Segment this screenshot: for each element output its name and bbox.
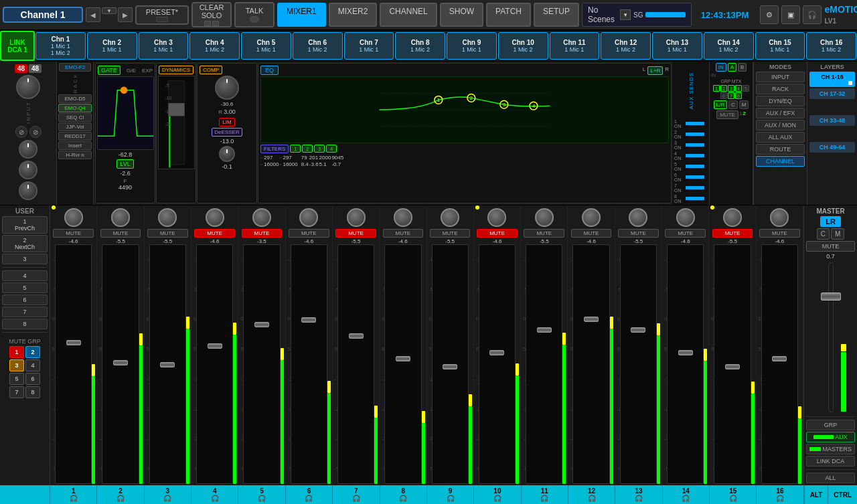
bottom-ch-10[interactable]: 10 🎧 [474,485,521,504]
eq-btn[interactable]: EQ [260,66,279,75]
fader-thumb-1[interactable] [66,340,81,345]
fader-thumb-4[interactable] [208,343,222,349]
rout-8[interactable]: 8 [735,92,742,99]
patch-button[interactable]: PATCH [486,3,531,27]
ch-knob-3[interactable] [158,208,177,227]
fader-thumb-6[interactable] [301,317,316,323]
link-dca-master-btn[interactable]: LINK DCA [806,456,855,467]
layer-ch33-48[interactable]: CH 33-48 [809,115,855,126]
bottom-ch-4[interactable]: 4 🎧 [191,485,238,504]
plugin-insert[interactable]: Insert [58,141,92,150]
setup-button[interactable]: SETUP [534,3,579,27]
user-btn-5[interactable]: 5 [2,282,48,293]
nav-prev[interactable]: ◀ [86,7,100,22]
fader-thumb-11[interactable] [537,327,552,333]
ch-knob-10[interactable] [487,208,506,227]
input-knob2[interactable] [19,140,37,159]
fader-thumb-2[interactable] [113,360,128,365]
route-mode-btn[interactable]: ROUTE [756,144,805,155]
band1[interactable]: 1 [290,145,301,153]
all-aux-mode-btn[interactable]: ALL AUX [756,132,805,143]
ch-knob-15[interactable] [723,208,742,227]
mute-btn-14[interactable]: MUTE [665,229,706,238]
channel-tab-13[interactable]: Chn 13 1 Mic 1 [652,32,702,60]
talk-button[interactable]: TALK [234,2,275,27]
desser-knob[interactable] [219,146,235,162]
fader-thumb-10[interactable] [489,350,504,355]
mute-btn-9[interactable]: MUTE [430,229,471,238]
bottom-ch-12[interactable]: 12 🎧 [568,485,615,504]
monitor-icon[interactable]: ▣ [781,5,800,24]
desser-btn[interactable]: DeESSER [212,128,242,137]
mute-grp-6[interactable]: 6 [25,373,40,385]
rout-4[interactable]: 4 [735,85,742,92]
band3[interactable]: 3 [314,145,325,153]
nav-next[interactable]: ▶ [118,7,133,22]
bottom-ch-11[interactable]: 11 🎧 [522,485,568,504]
mute-btn-1[interactable]: MUTE [53,229,94,238]
ch-knob-1[interactable] [64,208,83,227]
bottom-ch-1[interactable]: 1 🎧 [50,485,97,504]
ctrl-btn[interactable]: CTRL [828,485,857,504]
alt-btn[interactable]: ALT [804,485,828,504]
b-btn[interactable]: B [738,63,747,72]
layer-ch49-64[interactable]: CH 49-64 [809,142,855,153]
headphone-top-icon[interactable]: 🎧 [803,5,822,24]
plugin-emo-d5[interactable]: EMO-D5 [58,94,92,103]
ch-knob-11[interactable] [535,208,554,227]
bottom-ch-3[interactable]: 3 🎧 [145,485,191,504]
lr-master-btn[interactable]: LR [820,216,841,227]
channel-tab-14[interactable]: Chn 14 1 Mic 2 [704,32,754,60]
ch-knob-2[interactable] [111,208,130,227]
ch-knob-7[interactable] [347,208,366,227]
fader-thumb-3[interactable] [160,362,175,367]
plugin-redd[interactable]: REDD17 [58,132,92,141]
bottom-ch-8[interactable]: 8 🎧 [380,485,427,504]
channel-tab-10[interactable]: Chn 10 1 Mic 2 [498,32,548,60]
plugin-emo-q4[interactable]: EMO-Q4 [58,104,92,112]
aux-mon-mode-btn[interactable]: AUX / MON [756,120,805,131]
rout-5[interactable]: 5 [743,85,749,92]
lr-routing-btn[interactable]: L/R [714,100,727,109]
mute-grp-2[interactable]: 2 [25,346,40,358]
plugin-seq[interactable]: SEQ Cl [58,113,92,122]
dyn-eq-mode-btn[interactable]: DYN/EQ [756,96,805,106]
channel-tab-8[interactable]: Chn 8 1 Mic 2 [395,32,445,60]
c-routing-btn[interactable]: C [728,100,738,109]
user-btn-2[interactable]: 2 NextCh [2,235,48,252]
layer-ch17-32[interactable]: CH 17-32 [809,88,855,99]
user-btn-3[interactable]: 3 [2,254,48,264]
master-fader-thumb[interactable] [821,292,841,301]
channel-tab-15[interactable]: Chn 15 1 Mic 1 [755,32,805,60]
mute-btn-16[interactable]: MUTE [759,229,800,238]
ch-knob-16[interactable] [770,208,789,227]
mute-grp-1[interactable]: 1 [9,346,24,358]
rout-2[interactable]: 2 [720,85,727,92]
mute-btn-3[interactable]: MUTE [147,229,188,238]
channel-mode-btn[interactable]: CHANNEL [756,156,805,167]
fader-thumb-16[interactable] [772,356,787,361]
mute-btn-12[interactable]: MUTE [571,229,612,238]
m-master-btn[interactable]: M [831,228,844,240]
channel-tab-12[interactable]: Chn 12 1 Mic 2 [601,32,651,60]
grp-btn[interactable]: GRP [806,420,855,430]
rout-1[interactable]: 1 [713,85,720,92]
lim-btn[interactable]: LIM [219,118,234,127]
fader-thumb-12[interactable] [584,317,599,322]
fader-thumb-7[interactable] [349,333,364,339]
c-master-btn[interactable]: C [817,228,830,240]
mixer1-button[interactable]: MIXER1 [277,3,326,27]
rout-6[interactable]: 6 [720,92,727,99]
channel-tab-7[interactable]: Chn 7 1 Mic 1 [344,32,394,60]
aux-efx-mode-btn[interactable]: AUX / EFX [756,108,805,118]
mute-grp-7[interactable]: 7 [9,386,24,398]
nav-dropdown[interactable]: ▼ [102,7,116,14]
settings-icon[interactable]: ⚙ [760,5,779,24]
input-gain-knob[interactable] [16,75,40,99]
fader-thumb-8[interactable] [396,356,410,361]
ch-knob-13[interactable] [629,208,647,227]
bottom-ch-15[interactable]: 15 🎧 [710,485,757,504]
channel-tab-4[interactable]: Chn 4 1 Mic 2 [189,32,240,60]
comp-btn[interactable]: COMP [200,66,222,74]
user-btn-8[interactable]: 8 [2,319,48,329]
